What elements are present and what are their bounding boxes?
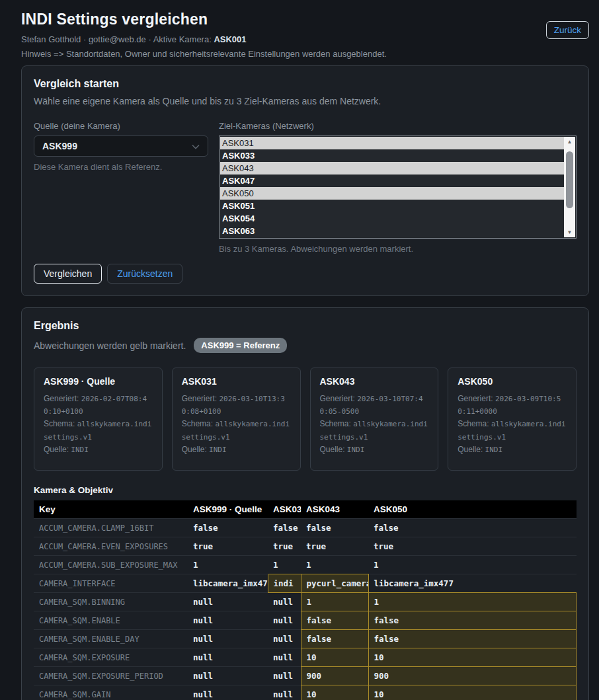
listbox-option[interactable]: ASK031 [220, 137, 564, 149]
summary-card: ASK050Generiert: 2026-03-09T10:50:11+000… [448, 368, 577, 471]
schema-label: Schema: [458, 419, 491, 428]
back-button[interactable]: Zurück [546, 21, 589, 39]
value-cell: true [268, 537, 301, 556]
table-row: CAMERA_SQM.EXPOSURE_PERIODnullnull900900 [34, 667, 577, 685]
value-cell-deviation: 1 [301, 593, 368, 611]
value-cell-deviation: 900 [368, 667, 577, 685]
listbox-option[interactable]: ASK033 [220, 149, 564, 162]
value-cell: 1 [368, 556, 577, 574]
table-row: CAMERA_SQM.EXPOSUREnullnull1010 [34, 648, 577, 667]
value-cell: 1 [268, 556, 301, 574]
value-cell: false [301, 519, 368, 537]
generated-label: Generiert: [458, 394, 495, 403]
active-camera: ASK001 [214, 34, 246, 44]
reset-button[interactable]: Zurücksetzen [107, 264, 182, 284]
value-cell: false [188, 519, 268, 537]
source-value: INDI [71, 446, 89, 454]
schema-label: Schema: [182, 419, 216, 428]
summary-card-title: ASK999 · Quelle [44, 376, 153, 387]
form-buttons: Vergleichen Zurücksetzen [34, 264, 577, 284]
listbox-scrollbar[interactable]: ▲ ▼ [564, 137, 575, 237]
table-row: CAMERA_SQM.BINNINGnullnull11 [34, 593, 577, 611]
value-cell: null [188, 593, 268, 611]
key-cell: ACCUM_CAMERA.SUB_EXPOSURE_MAX [34, 556, 188, 574]
source-column: Quelle (deine Kamera) ASK999 Diese Kamer… [34, 121, 208, 254]
value-cell-deviation: 1 [368, 593, 577, 611]
value-cell-deviation: false [301, 611, 368, 630]
source-value: INDI [209, 446, 227, 454]
result-note-row: Abweichungen werden gelb markiert. ASK99… [34, 338, 577, 353]
key-cell: CAMERA_SQM.ENABLE_DAY [34, 630, 188, 648]
table-header-cell: ASK999 · Quelle [188, 500, 268, 519]
listbox-option[interactable]: ASK050 [220, 187, 564, 200]
value-cell: null [188, 630, 268, 648]
result-title: Ergebnis [34, 320, 577, 332]
listbox-option[interactable]: ASK054 [220, 212, 564, 225]
value-cell: false [368, 519, 577, 537]
source-label: Quelle (deine Kamera) [34, 121, 208, 131]
value-cell: null [188, 648, 268, 667]
user-info-text: Stefan Gotthold · gottie@web.de · Aktive… [21, 34, 212, 44]
value-cell-deviation: false [368, 611, 577, 630]
table-row: ACCUM_CAMERA.CLAMP_16BITfalsefalsefalsef… [34, 519, 577, 537]
key-cell: CAMERA_SQM.ENABLE [34, 611, 188, 630]
summary-card-meta: Generiert: 2026-03-10T13:30:08+0100Schem… [182, 393, 291, 456]
generated-label: Generiert: [320, 394, 358, 403]
value-cell-deviation: 10 [301, 648, 368, 667]
scroll-up-icon[interactable]: ▲ [564, 137, 575, 147]
compare-button[interactable]: Vergleichen [34, 264, 102, 284]
value-cell: false [268, 519, 301, 537]
listbox-option[interactable]: ASK063 [220, 225, 564, 237]
value-cell: 1 [301, 556, 368, 574]
chevron-down-icon [192, 141, 200, 151]
value-cell: null [268, 667, 301, 685]
scrollbar-thumb[interactable] [566, 151, 573, 208]
target-cameras-listbox[interactable]: ASK031ASK033ASK043ASK047ASK050ASK051ASK0… [219, 136, 577, 239]
scroll-down-icon[interactable]: ▼ [564, 227, 575, 237]
listbox-option[interactable]: ASK043 [220, 162, 564, 175]
table-row: CAMERA_SQM.ENABLE_DAYnullnullfalsefalse [34, 630, 577, 648]
value-cell: null [268, 630, 301, 648]
value-cell: true [368, 537, 577, 556]
listbox-option[interactable]: ASK051 [220, 200, 564, 212]
compare-section: Vergleich starten Wähle eine eigene Kame… [21, 65, 589, 296]
table-row: CAMERA_SQM.ENABLEnullnullfalsefalse [34, 611, 577, 630]
value-cell: true [188, 537, 268, 556]
value-cell: libcamera_imx477 [368, 574, 577, 593]
source-label: Quelle: [458, 445, 485, 454]
compare-form-grid: Quelle (deine Kamera) ASK999 Diese Kamer… [34, 121, 577, 254]
table-header-cell: ASK043 [301, 500, 368, 519]
source-value: INDI [347, 446, 365, 454]
reference-badge: ASK999 = Referenz [194, 338, 287, 353]
user-info: Stefan Gotthold · gottie@web.de · Aktive… [21, 34, 387, 44]
table-header-cell: ASK050 [368, 500, 577, 519]
summary-card-title: ASK043 [320, 376, 429, 387]
compare-table: KeyASK999 · QuelleASK031ASK043ASK050 ACC… [34, 500, 577, 700]
value-cell-deviation: 10 [301, 685, 368, 700]
table-header-cell: ASK031 [268, 500, 301, 519]
summary-card: ASK031Generiert: 2026-03-10T13:30:08+010… [172, 368, 301, 471]
value-cell: null [268, 593, 301, 611]
table-row: CAMERA_SQM.GAINnullnull1010 [34, 685, 577, 700]
table-row: ACCUM_CAMERA.SUB_EXPOSURE_MAX1111 [34, 556, 577, 574]
listbox-option[interactable]: ASK047 [220, 175, 564, 187]
result-section: Ergebnis Abweichungen werden gelb markie… [21, 307, 589, 700]
value-cell: null [268, 611, 301, 630]
value-cell: null [268, 685, 301, 700]
result-note: Abweichungen werden gelb markiert. [34, 340, 186, 351]
summary-card: ASK999 · QuelleGeneriert: 2026-02-07T08:… [34, 368, 163, 471]
table-group-title: Kamera & Objektiv [34, 485, 577, 495]
compare-title: Vergleich starten [34, 78, 577, 90]
schema-label: Schema: [320, 419, 354, 428]
page-header: INDI Settings vergleichen Stefan Gotthol… [21, 11, 589, 59]
source-select[interactable]: ASK999 [34, 136, 208, 157]
key-cell: CAMERA_SQM.EXPOSURE [34, 648, 188, 667]
value-cell-deviation: false [301, 630, 368, 648]
table-row: ACCUM_CAMERA.EVEN_EXPOSUREStruetruetruet… [34, 537, 577, 556]
schema-label: Schema: [44, 419, 77, 428]
header-text-block: INDI Settings vergleichen Stefan Gotthol… [21, 11, 387, 59]
source-label: Quelle: [182, 445, 209, 454]
source-label: Quelle: [44, 445, 71, 454]
key-cell: CAMERA_SQM.GAIN [34, 685, 188, 700]
source-label: Quelle: [320, 445, 347, 454]
